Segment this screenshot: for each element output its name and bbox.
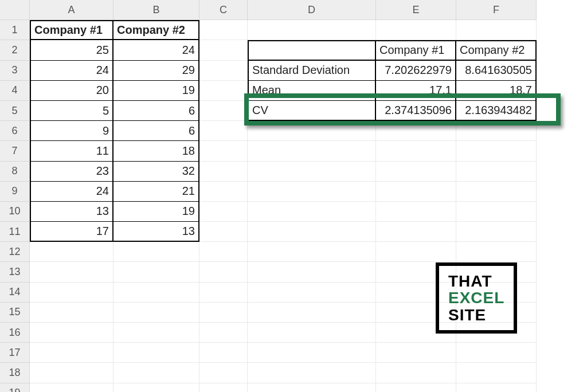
cell-A8[interactable]: 23 [30,162,114,182]
cell-E9[interactable] [376,182,456,202]
cell-F3[interactable]: 8.641630505 [456,61,537,81]
cell-A12[interactable] [30,242,114,262]
cell-C18[interactable] [199,363,248,383]
cell-F10[interactable] [456,202,537,222]
cell-D9[interactable] [248,182,376,202]
cell-C1[interactable] [199,20,248,40]
cell-B15[interactable] [114,303,199,323]
cell-F12[interactable] [456,242,537,262]
cell-A13[interactable] [30,262,114,282]
cell-D6[interactable] [248,121,376,141]
cell-D13[interactable] [248,262,376,282]
cell-E6[interactable] [376,121,456,141]
cell-B7[interactable]: 18 [114,141,199,161]
cell-C9[interactable] [199,182,248,202]
cell-B6[interactable]: 6 [114,121,199,141]
cell-D8[interactable] [248,162,376,182]
cell-B4[interactable]: 19 [114,81,199,101]
cell-A7[interactable]: 11 [30,141,114,161]
cell-A15[interactable] [30,303,114,323]
cell-D10[interactable] [248,202,376,222]
cell-E4[interactable]: 17.1 [376,81,456,101]
cell-B8[interactable]: 32 [114,162,199,182]
cell-B17[interactable] [114,343,199,363]
cell-D4[interactable]: Mean [248,81,376,101]
cell-E2[interactable]: Company #1 [376,40,456,60]
cell-B11[interactable]: 13 [114,222,199,242]
cell-B18[interactable] [114,363,199,383]
cell-F4[interactable]: 18.7 [456,81,537,101]
cell-C14[interactable] [199,283,248,303]
cell-E1[interactable] [376,20,456,40]
cell-F5[interactable]: 2.163943482 [456,101,537,121]
cell-C19[interactable] [199,383,248,392]
cell-E7[interactable] [376,141,456,161]
cell-D7[interactable] [248,141,376,161]
cell-E18[interactable] [376,363,456,383]
cell-F8[interactable] [456,162,537,182]
cell-C12[interactable] [199,242,248,262]
cell-D16[interactable] [248,323,376,343]
cell-D2[interactable] [248,40,376,60]
cell-E3[interactable]: 7.202622979 [376,61,456,81]
cell-D14[interactable] [248,283,376,303]
cell-F6[interactable] [456,121,537,141]
cell-F2[interactable]: Company #2 [456,40,537,60]
cell-C3[interactable] [199,61,248,81]
cell-B9[interactable]: 21 [114,182,199,202]
cell-C11[interactable] [199,222,248,242]
cell-C16[interactable] [199,323,248,343]
cell-F7[interactable] [456,141,537,161]
cell-E11[interactable] [376,222,456,242]
cell-C5[interactable] [199,101,248,121]
cell-B3[interactable]: 29 [114,61,199,81]
cell-A14[interactable] [30,283,114,303]
cell-A11[interactable]: 17 [30,222,114,242]
cell-C4[interactable] [199,81,248,101]
cell-C15[interactable] [199,303,248,323]
cell-F17[interactable] [456,343,537,363]
cell-A19[interactable] [30,383,114,392]
cell-C13[interactable] [199,262,248,282]
cell-F1[interactable] [456,20,537,40]
cell-D3[interactable]: Standard Deviation [248,61,376,81]
cell-E17[interactable] [376,343,456,363]
cell-E19[interactable] [376,383,456,392]
cell-B12[interactable] [114,242,199,262]
cell-C10[interactable] [199,202,248,222]
cell-D18[interactable] [248,363,376,383]
cell-B10[interactable]: 19 [114,202,199,222]
cell-B5[interactable]: 6 [114,101,199,121]
cell-D5[interactable]: CV [248,101,376,121]
cell-C8[interactable] [199,162,248,182]
cell-C7[interactable] [199,141,248,161]
cell-A3[interactable]: 24 [30,61,114,81]
cell-A4[interactable]: 20 [30,81,114,101]
cell-E12[interactable] [376,242,456,262]
cell-B2[interactable]: 24 [114,40,199,60]
cell-D17[interactable] [248,343,376,363]
cell-C17[interactable] [199,343,248,363]
cell-F18[interactable] [456,363,537,383]
cell-C2[interactable] [199,40,248,60]
cell-D15[interactable] [248,303,376,323]
cell-A16[interactable] [30,323,114,343]
cell-A10[interactable]: 13 [30,202,114,222]
cell-D1[interactable] [248,20,376,40]
cell-B1[interactable]: Company #2 [114,20,199,40]
cell-A18[interactable] [30,363,114,383]
cell-D19[interactable] [248,383,376,392]
cell-F9[interactable] [456,182,537,202]
cell-E10[interactable] [376,202,456,222]
cell-B13[interactable] [114,262,199,282]
cell-E5[interactable]: 2.374135096 [376,101,456,121]
cell-A6[interactable]: 9 [30,121,114,141]
cell-A17[interactable] [30,343,114,363]
cell-D11[interactable] [248,222,376,242]
cell-B14[interactable] [114,283,199,303]
cell-C6[interactable] [199,121,248,141]
cell-F19[interactable] [456,383,537,392]
cell-B16[interactable] [114,323,199,343]
cell-E8[interactable] [376,162,456,182]
cell-D12[interactable] [248,242,376,262]
